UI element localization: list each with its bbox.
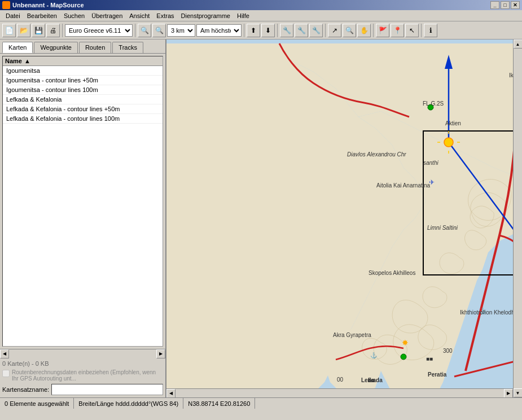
upload-button[interactable]: ⬆ bbox=[247, 24, 260, 37]
scroll-right-button[interactable]: ▶ bbox=[156, 349, 165, 358]
tab-routen[interactable]: Routen bbox=[79, 42, 111, 53]
left-panel: Karten Wegpunkte Routen Tracks Name ▲ Ig… bbox=[0, 40, 166, 397]
device-btn2[interactable]: 🔧 bbox=[295, 24, 308, 37]
map-svg: E55 ✸ ✸ bbox=[166, 40, 522, 397]
map-dropdown[interactable]: Euro Greece v6.11 bbox=[65, 24, 133, 37]
new-button[interactable]: 📄 bbox=[2, 24, 16, 37]
maximize-button[interactable]: □ bbox=[501, 1, 510, 9]
waypoint-btn[interactable]: 📍 bbox=[391, 24, 404, 37]
info-btn[interactable]: ℹ bbox=[424, 24, 437, 37]
list-item[interactable]: Lefkada & Kefalonia - contour lines 100m bbox=[3, 114, 163, 124]
scroll-left-button[interactable]: ◀ bbox=[0, 349, 9, 358]
app-icon bbox=[2, 1, 10, 9]
search-btn[interactable]: 🔍 bbox=[343, 24, 356, 37]
map-scroll-right[interactable]: ▶ bbox=[504, 389, 513, 398]
kartensatz-label: Kartensatzname: bbox=[2, 386, 49, 393]
vscroll-track[interactable] bbox=[514, 49, 523, 388]
list-item[interactable]: Igoumenitsa - contour lines +50m bbox=[3, 76, 163, 85]
elements-text: 0 Elemente ausgewählt bbox=[5, 400, 69, 407]
map-vscrollbar: ▲ ▼ bbox=[513, 40, 522, 397]
detail-dropdown[interactable]: Am höchste bbox=[196, 24, 242, 37]
svg-text:Aktien: Aktien bbox=[445, 120, 461, 126]
map-scroll-left[interactable]: ◀ bbox=[166, 389, 176, 398]
arrow-btn[interactable]: ↖ bbox=[405, 24, 419, 37]
device-btn3[interactable]: 🔧 bbox=[309, 24, 323, 37]
save-button[interactable]: 💾 bbox=[32, 24, 45, 37]
app-title: Unbenannt - MapSource bbox=[12, 2, 84, 8]
map-list: Name ▲ Igoumenitsa Igoumenitsa - contour… bbox=[2, 56, 163, 347]
window-controls: _ □ ✕ bbox=[490, 1, 520, 9]
svg-text:00: 00 bbox=[337, 377, 344, 383]
svg-text:✸: ✸ bbox=[402, 338, 409, 347]
map-area[interactable]: E55 ✸ ✸ bbox=[166, 40, 522, 397]
tab-tracks[interactable]: Tracks bbox=[112, 42, 143, 53]
kartensatz-row: Kartensatzname: bbox=[2, 384, 163, 395]
tab-karten[interactable]: Karten bbox=[2, 42, 33, 53]
tab-wegpunkte[interactable]: Wegpunkte bbox=[34, 42, 77, 53]
close-button[interactable]: ✕ bbox=[511, 1, 520, 9]
svg-text:300: 300 bbox=[443, 348, 453, 354]
left-footer: 0 Karte(n) - 0 KB Routenberechnungsdaten… bbox=[0, 358, 165, 397]
menu-ansicht[interactable]: Ansicht bbox=[126, 11, 153, 20]
separator-3 bbox=[244, 24, 244, 37]
menu-hilfe[interactable]: Hilfe bbox=[234, 11, 253, 20]
separator-2 bbox=[135, 24, 135, 37]
zoom-in-button[interactable]: 🔍 bbox=[138, 24, 151, 37]
menu-datei[interactable]: Datei bbox=[2, 11, 24, 20]
list-item[interactable]: Igoumenitsa - contour lines 100m bbox=[3, 85, 163, 95]
download-button[interactable]: ⬇ bbox=[261, 24, 275, 37]
svg-text:⚓: ⚓ bbox=[370, 352, 378, 359]
list-item[interactable]: Igoumenitsa bbox=[3, 66, 163, 76]
status-elements: 0 Elemente ausgewählt bbox=[0, 398, 74, 409]
menu-dienstprogramme[interactable]: Dienstprogramme bbox=[178, 11, 234, 20]
svg-text:FL.G.2S: FL.G.2S bbox=[423, 100, 444, 107]
separator-4 bbox=[277, 24, 278, 37]
separator-7 bbox=[421, 24, 422, 37]
menu-extras[interactable]: Extras bbox=[153, 11, 177, 20]
menu-ubertragen[interactable]: Übertragen bbox=[88, 11, 126, 20]
toolbar: 📄 📂 💾 🖨 Euro Greece v6.11 🔍 🔍 3 km Am hö… bbox=[0, 21, 522, 40]
pan-btn[interactable]: ✋ bbox=[357, 24, 371, 37]
menu-suchen[interactable]: Suchen bbox=[60, 11, 88, 20]
scroll-up-button[interactable]: ▲ bbox=[514, 40, 523, 49]
minimize-button[interactable]: _ bbox=[490, 1, 499, 9]
titlebar: Unbenannt - MapSource _ □ ✕ bbox=[0, 0, 522, 10]
main-content: Karten Wegpunkte Routen Tracks Name ▲ Ig… bbox=[0, 40, 522, 397]
separator-5 bbox=[325, 24, 326, 37]
flag-btn[interactable]: 🚩 bbox=[376, 24, 389, 37]
scale-dropdown[interactable]: 3 km bbox=[167, 24, 195, 37]
separator-1 bbox=[62, 24, 63, 37]
svg-text:santhi: santhi bbox=[423, 160, 438, 166]
svg-text:Akra Gyrapetra: Akra Gyrapetra bbox=[333, 332, 371, 338]
svg-text:Lefkada: Lefkada bbox=[361, 377, 383, 383]
routing-label: Routenberechnungsdaten einbeziehen (Empf… bbox=[12, 369, 163, 382]
print-button[interactable]: 🖨 bbox=[46, 24, 60, 37]
status-coordinates: Breite/Länge hddd.ddddd°(WGS 84) bbox=[74, 398, 183, 409]
list-header[interactable]: Name ▲ bbox=[3, 56, 163, 66]
status-position: N38.88714 E20.81260 bbox=[183, 398, 255, 409]
open-button[interactable]: 📂 bbox=[17, 24, 30, 37]
zoom-out-button[interactable]: 🔍 bbox=[152, 24, 166, 37]
map-hscrollbar: ◀ ▶ bbox=[166, 388, 513, 397]
device-btn1[interactable]: 🔧 bbox=[280, 24, 293, 37]
list-header-name: Name bbox=[5, 58, 22, 64]
svg-text:Aitolia Kai Anarnatina: Aitolia Kai Anarnatina bbox=[376, 182, 431, 189]
svg-text:Skopelos Akhilleos: Skopelos Akhilleos bbox=[369, 270, 415, 276]
scroll-down-button[interactable]: ▼ bbox=[514, 388, 523, 397]
hscroll-track[interactable] bbox=[176, 389, 504, 398]
map-count: 0 Karte(n) - 0 KB bbox=[2, 360, 163, 367]
svg-point-14 bbox=[444, 138, 453, 147]
menu-bearbeiten[interactable]: Bearbeiten bbox=[24, 11, 60, 20]
menubar: Datei Bearbeiten Suchen Übertragen Ansic… bbox=[0, 10, 522, 21]
svg-text:■■: ■■ bbox=[426, 356, 433, 362]
list-item[interactable]: Lefkada & Kefalonia - contour lines +50m bbox=[3, 104, 163, 114]
list-item[interactable]: Lefkada & Kefalonia bbox=[3, 95, 163, 104]
route-btn[interactable]: ↗ bbox=[328, 24, 341, 37]
position-text: N38.88714 E20.81260 bbox=[188, 400, 250, 407]
statusbar: 0 Elemente ausgewählt Breite/Länge hddd.… bbox=[0, 397, 522, 409]
routing-checkbox[interactable] bbox=[2, 370, 10, 377]
routing-checkbox-row: Routenberechnungsdaten einbeziehen (Empf… bbox=[2, 369, 163, 382]
scroll-track[interactable] bbox=[9, 349, 156, 358]
kartensatz-input[interactable] bbox=[51, 384, 163, 395]
sort-icon: ▲ bbox=[24, 58, 30, 64]
